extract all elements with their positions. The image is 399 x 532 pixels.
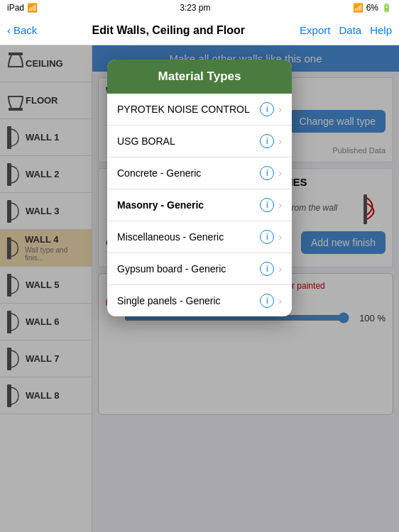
status-time: 3:23 pm <box>180 3 210 13</box>
material-types-popup: Material Types PYROTEK NOISE CONTROL i ›… <box>107 60 292 316</box>
material-chevron-2: › <box>278 167 282 179</box>
status-bar: iPad 📶 3:23 pm 📶 6% 🔋 <box>0 0 399 16</box>
material-item-left-6: Single panels - Generic <box>117 295 260 306</box>
material-item-left-1: USG BORAL <box>117 135 260 147</box>
status-left: iPad 📶 <box>7 3 38 13</box>
material-item-4[interactable]: Miscellaneous - Generic i › <box>107 221 292 253</box>
material-name-3: Masonry - Generic <box>117 199 204 211</box>
data-button[interactable]: Data <box>339 24 361 36</box>
material-chevron-6: › <box>278 295 282 306</box>
material-item-left-3: Masonry - Generic <box>117 199 260 211</box>
material-item-3[interactable]: Masonry - Generic i › <box>107 189 292 221</box>
material-item-left-4: Miscellaneous - Generic <box>117 231 260 243</box>
material-chevron-5: › <box>278 263 282 275</box>
battery-percent: 6% <box>366 3 378 13</box>
material-item-left-2: Concrete - Generic <box>117 167 260 179</box>
material-item-6[interactable]: Single panels - Generic i › <box>107 285 292 316</box>
material-item-1[interactable]: USG BORAL i › <box>107 126 292 157</box>
material-types-header: Material Types <box>107 60 292 94</box>
nav-actions: Export Data Help <box>300 24 392 36</box>
nav-bar: ‹ Back Edit Walls, Ceiling and Floor Exp… <box>0 16 399 45</box>
chevron-left-icon: ‹ <box>7 24 11 36</box>
material-name-4: Miscellaneous - Generic <box>117 231 224 243</box>
material-chevron-0: › <box>278 104 282 115</box>
material-info-icon-4[interactable]: i <box>260 230 274 244</box>
material-item-left-5: Gypsum board - Generic <box>117 263 260 275</box>
back-button[interactable]: ‹ Back <box>7 24 37 36</box>
material-info-icon-2[interactable]: i <box>260 166 274 180</box>
material-item-left-0: PYROTEK NOISE CONTROL <box>117 104 260 115</box>
material-item-0[interactable]: PYROTEK NOISE CONTROL i › <box>107 94 292 126</box>
material-chevron-1: › <box>278 135 282 147</box>
material-chevron-3: › <box>278 199 282 211</box>
material-info-icon-3[interactable]: i <box>260 198 274 212</box>
material-name-0: PYROTEK NOISE CONTROL <box>117 104 250 115</box>
material-info-icon-5[interactable]: i <box>260 262 274 276</box>
material-item-2[interactable]: Concrete - Generic i › <box>107 157 292 189</box>
battery-icon: 🔋 <box>381 3 392 13</box>
material-info-icon-0[interactable]: i <box>260 102 274 116</box>
material-item-5[interactable]: Gypsum board - Generic i › <box>107 253 292 285</box>
back-label: Back <box>13 24 37 36</box>
material-info-icon-6[interactable]: i <box>260 294 274 308</box>
material-chevron-4: › <box>278 231 282 243</box>
main-layout: CEILING FLOOR WALL 1 WALL 2 <box>0 45 399 532</box>
material-info-icon-1[interactable]: i <box>260 134 274 148</box>
material-name-5: Gypsum board - Generic <box>117 263 226 275</box>
page-title: Edit Walls, Ceiling and Floor <box>92 24 245 37</box>
wifi-icon: 📶 <box>27 3 38 13</box>
material-name-2: Concrete - Generic <box>117 167 201 179</box>
material-name-1: USG BORAL <box>117 135 175 147</box>
bluetooth-icon: 📶 <box>353 3 364 13</box>
modal-overlay[interactable]: Material Types PYROTEK NOISE CONTROL i ›… <box>0 45 399 532</box>
carrier-label: iPad <box>7 3 24 13</box>
status-right: 📶 6% 🔋 <box>353 3 392 13</box>
export-button[interactable]: Export <box>300 24 330 36</box>
material-name-6: Single panels - Generic <box>117 295 221 306</box>
help-button[interactable]: Help <box>370 24 392 36</box>
